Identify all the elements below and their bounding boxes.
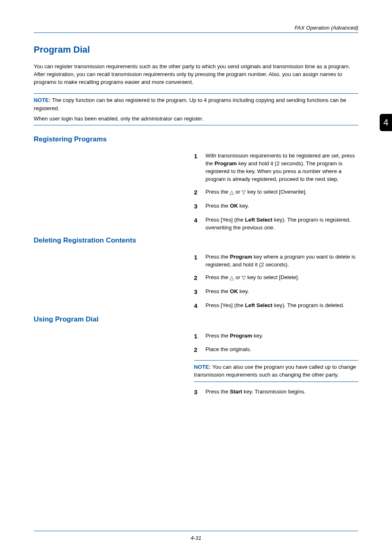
step-body: Press the Program key where a program yo… — [205, 253, 358, 268]
chapter-tab: 4 — [380, 114, 392, 131]
up-triangle-icon: △ — [230, 274, 234, 282]
step-number: 2 — [194, 273, 205, 282]
section-title-using: Using Program Dial — [34, 315, 358, 324]
note-text-1: The copy function can be also registered… — [34, 97, 346, 111]
step-body: Press the OK key. — [205, 202, 358, 210]
using-steps: 1 Press the Program key. 2 Place the ori… — [194, 332, 358, 397]
header-rule — [34, 32, 358, 33]
down-triangle-icon: ▽ — [242, 274, 246, 282]
step-body: Press the △ or ▽ key to select [Overwrit… — [205, 188, 358, 196]
step-number: 2 — [194, 345, 205, 354]
using-note-text: You can also use the program you have ca… — [194, 364, 356, 378]
step-body: Press the △ or ▽ key to select [Delete]. — [205, 273, 358, 281]
step-number: 3 — [194, 388, 205, 397]
top-note: NOTE: The copy function can be also regi… — [34, 93, 358, 125]
step: 3 Press the OK key. — [194, 202, 358, 211]
step-number: 2 — [194, 188, 205, 197]
step-number: 3 — [194, 202, 205, 211]
page: FAX Operation (Advanced) Program Dial Yo… — [0, 0, 392, 555]
note-line-1: NOTE: The copy function can be also regi… — [34, 96, 358, 112]
step-number: 4 — [194, 216, 205, 225]
step: 1 Press the Program key where a program … — [194, 253, 358, 268]
using-note: NOTE: You can also use the program you h… — [194, 360, 358, 382]
note-label: NOTE: — [34, 97, 51, 103]
step-body: Press the Start key. Transmission begins… — [205, 388, 358, 395]
step-body: Press the OK key. — [205, 287, 358, 295]
step-body: Press [Yes] (the Left Select key). The p… — [205, 216, 358, 231]
step-number: 4 — [194, 301, 205, 310]
footer-rule — [34, 531, 358, 531]
step-body: Place the originals. — [205, 345, 358, 353]
intro-paragraph: You can register transmission requiremen… — [34, 62, 358, 86]
note-line-2: When user login has been enabled, only t… — [34, 115, 358, 123]
step: 4 Press [Yes] (the Left Select key). The… — [194, 301, 358, 310]
step-number: 1 — [194, 253, 205, 262]
step: 3 Press the Start key. Transmission begi… — [194, 388, 358, 397]
step: 2 Place the originals. — [194, 345, 358, 354]
step: 2 Press the △ or ▽ key to select [Overwr… — [194, 188, 358, 197]
header-section-title: FAX Operation (Advanced) — [34, 25, 358, 32]
down-triangle-icon: ▽ — [242, 188, 246, 196]
step: 3 Press the OK key. — [194, 287, 358, 296]
step: 4 Press [Yes] (the Left Select key). The… — [194, 216, 358, 231]
step: 1 Press the Program key. — [194, 332, 358, 341]
page-title: Program Dial — [34, 44, 358, 55]
step-number: 1 — [194, 152, 205, 161]
section-title-registering: Registering Programs — [34, 135, 358, 143]
deleting-steps: 1 Press the Program key where a program … — [194, 253, 358, 310]
step-body: With transmission requirements to be reg… — [205, 152, 358, 183]
step-body: Press [Yes] (the Left Select key). The p… — [205, 301, 358, 309]
step-body: Press the Program key. — [205, 332, 358, 340]
section-title-deleting: Deleting Registration Contents — [34, 236, 358, 245]
step-number: 3 — [194, 287, 205, 296]
footer-page-number: 4-31 — [0, 535, 392, 541]
note-label: NOTE: — [194, 364, 211, 370]
up-triangle-icon: △ — [230, 188, 234, 196]
step-number: 1 — [194, 332, 205, 341]
registering-steps: 1 With transmission requirements to be r… — [194, 152, 358, 231]
step: 1 With transmission requirements to be r… — [194, 152, 358, 183]
step: 2 Press the △ or ▽ key to select [Delete… — [194, 273, 358, 282]
